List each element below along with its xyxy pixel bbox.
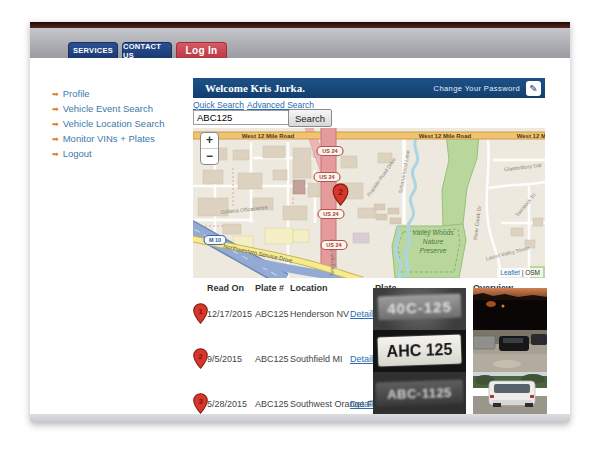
arrow-icon: ➡ (52, 90, 59, 99)
plate-image-2: AHC 125 (373, 330, 466, 372)
screenshot-canvas: SERVICES CONTACT US Log In ➡Profile ➡Veh… (0, 0, 600, 450)
location: Southfield MI (290, 354, 343, 364)
read-on-date: 9/5/2015 (207, 354, 242, 364)
col-header-plate-no: Plate # (255, 283, 284, 293)
welcome-text: Welcome Kris Jurka. (193, 82, 305, 94)
sidebar-item-label: Profile (63, 88, 90, 99)
overview-minivan-scene (473, 372, 547, 414)
park-label-line2: Nature (423, 238, 444, 245)
map-attribution: Leaflet | OSM (497, 268, 543, 277)
map-marker-pin[interactable]: 2 (332, 183, 349, 206)
sidebar-item-monitor-vins-plates[interactable]: ➡Monitor VINs + Plates (52, 133, 155, 144)
col-header-read-on: Read On (207, 283, 244, 293)
plate-number: ABC125 (255, 354, 289, 364)
sidebar-item-logout[interactable]: ➡Logout (52, 148, 92, 159)
arrow-icon: ➡ (52, 120, 59, 129)
overview-night-scene (473, 288, 547, 330)
m10-shield: M 10 (209, 237, 221, 243)
sidebar-item-vehicle-location-search[interactable]: ➡Vehicle Location Search (52, 118, 165, 129)
app-window: SERVICES CONTACT US Log In ➡Profile ➡Veh… (30, 22, 570, 423)
search-button[interactable]: Search (288, 109, 332, 127)
zoom-out-button[interactable]: − (201, 149, 218, 164)
sidebar-item-label: Monitor VINs + Plates (63, 133, 155, 144)
plate-image-3: ABC-1125 (373, 372, 466, 414)
row-marker-number: 3 (198, 397, 202, 406)
us24-shield: US 24 (322, 148, 338, 154)
leaflet-link[interactable]: Leaflet (500, 269, 520, 276)
row-marker-number: 2 (198, 352, 202, 361)
sidebar-item-label: Vehicle Location Search (63, 118, 165, 129)
arrow-icon: ➡ (52, 150, 59, 159)
row-marker-pin: 2 (193, 348, 208, 369)
read-on-date: 5/28/2015 (207, 399, 247, 409)
map-marker-number: 2 (338, 188, 343, 197)
plate-image-text: ABC-1125 (376, 379, 464, 406)
plate-image-1: 40C-125 (373, 288, 466, 330)
overview-image-2 (473, 330, 547, 372)
login-button[interactable]: Log In (176, 42, 227, 58)
osm-credit: | OSM (522, 269, 540, 276)
overview-image-3 (473, 372, 547, 414)
plate-image-text: 40C-125 (378, 294, 462, 321)
sidebar-item-vehicle-event-search[interactable]: ➡Vehicle Event Search (52, 103, 153, 114)
road-label-12mile: West 12 Mile Road (242, 133, 295, 139)
sidebar-item-profile[interactable]: ➡Profile (52, 88, 90, 99)
road-label-12mile: West 12 Mile Road (419, 133, 472, 139)
arrow-icon: ➡ (52, 105, 59, 114)
location: Henderson NV (290, 309, 349, 319)
quick-search-link[interactable]: Quick Search (193, 100, 244, 110)
us24-shield: US 24 (319, 174, 335, 180)
plate-image-text: AHC 125 (376, 334, 462, 368)
services-button[interactable]: SERVICES (68, 42, 118, 58)
overview-parking-scene (473, 330, 547, 372)
road-label-12mile: West 12 Mile Road (517, 133, 545, 139)
page-footer-bar (30, 414, 570, 423)
change-password-link[interactable]: Change Your Password (434, 84, 520, 93)
welcome-bar: Welcome Kris Jurka. Change Your Password… (193, 78, 545, 98)
arrow-icon: ➡ (52, 135, 59, 144)
map[interactable]: West 12 Mile Road West 12 Mile Road West… (193, 128, 545, 278)
edit-pencil-icon[interactable]: ✎ (526, 81, 541, 96)
plate-number: ABC125 (255, 309, 289, 319)
park-label-line3: Preserve (419, 247, 446, 254)
row-marker-number: 1 (198, 307, 202, 316)
park-label-line1: Valley Woods (412, 229, 454, 237)
read-on-date: 12/17/2015 (207, 309, 252, 319)
us24-shield: US 24 (326, 242, 342, 248)
row-marker-pin: 1 (193, 303, 208, 324)
map-canvas: West 12 Mile Road West 12 Mile Road West… (193, 128, 545, 278)
plate-number: ABC125 (255, 399, 289, 409)
row-marker-pin: 3 (193, 393, 208, 414)
us24-shield: US 24 (323, 211, 339, 217)
overview-image-1 (473, 288, 547, 330)
sidebar-item-label: Logout (63, 148, 92, 159)
col-header-location: Location (290, 283, 328, 293)
map-zoom-control: + − (200, 132, 219, 165)
sidebar-item-label: Vehicle Event Search (63, 103, 153, 114)
search-input[interactable] (193, 110, 289, 125)
contact-us-button[interactable]: CONTACT US (122, 42, 172, 58)
zoom-in-button[interactable]: + (201, 133, 218, 149)
